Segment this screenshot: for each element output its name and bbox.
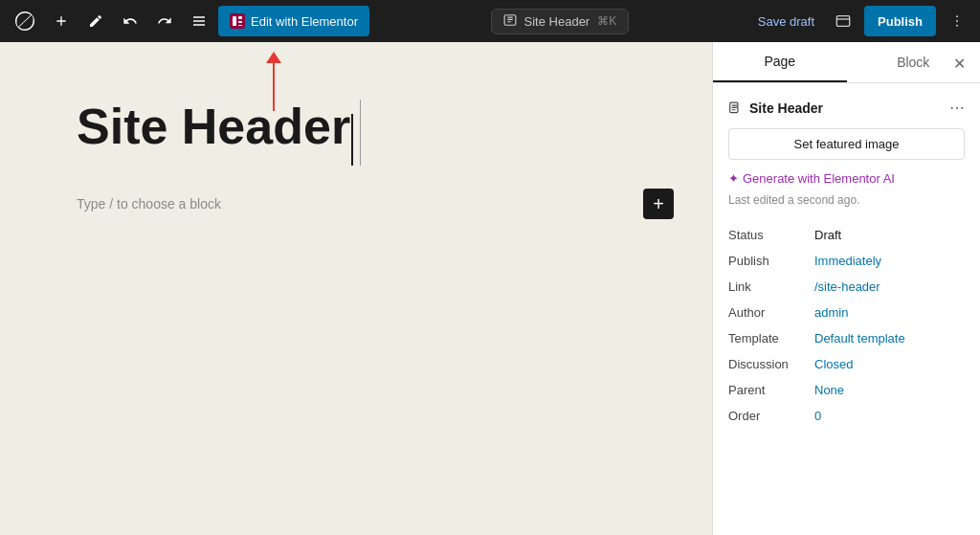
canvas: Site Header Type / to choose a block + <box>0 42 712 535</box>
panel-tabs: Page Block ✕ <box>713 42 980 83</box>
edit-elementor-label: Edit with Elementor <box>251 14 358 29</box>
set-featured-image-button[interactable]: Set featured image <box>728 128 965 160</box>
add-block-toolbar-button[interactable] <box>46 6 77 36</box>
breadcrumb-pill[interactable]: Site Header ⌘K <box>491 9 630 34</box>
options-menu-button[interactable] <box>942 6 972 36</box>
meta-key: Status <box>728 222 814 248</box>
meta-value: Draft <box>814 222 965 248</box>
table-row: StatusDraft <box>728 222 965 248</box>
meta-value[interactable]: None <box>814 377 965 403</box>
edit-elementor-button[interactable]: Edit with Elementor <box>218 6 369 36</box>
tab-page[interactable]: Page <box>713 42 847 82</box>
meta-value[interactable]: 0 <box>814 403 965 429</box>
arrow-up-icon <box>266 52 281 63</box>
title-right-border <box>360 100 361 166</box>
svg-rect-2 <box>238 16 242 19</box>
breadcrumb-title: Site Header <box>524 14 590 29</box>
publish-button[interactable]: Publish <box>864 6 936 36</box>
page-title-heading: Site Header <box>77 100 350 154</box>
meta-key: Publish <box>728 248 814 274</box>
meta-key: Parent <box>728 377 814 403</box>
text-cursor <box>351 114 353 166</box>
svg-point-9 <box>956 25 958 27</box>
right-panel: Page Block ✕ Site Header ⋯ Set <box>712 42 980 535</box>
meta-key: Order <box>728 403 814 429</box>
block-placeholder-text: Type / to choose a block <box>77 196 221 212</box>
svg-point-8 <box>956 20 958 22</box>
meta-table: StatusDraftPublishImmediatelyLink/site-h… <box>728 222 965 429</box>
breadcrumb-shortcut: ⌘K <box>597 14 616 28</box>
meta-key: Link <box>728 274 814 300</box>
meta-value[interactable]: admin <box>814 300 965 325</box>
svg-rect-1 <box>233 16 236 26</box>
view-button[interactable] <box>828 6 858 36</box>
ai-sparkle-icon: ✦ <box>728 171 739 186</box>
svg-rect-0 <box>230 13 245 29</box>
title-block[interactable]: Site Header <box>77 100 353 166</box>
svg-rect-3 <box>238 21 242 23</box>
main-area: Site Header Type / to choose a block + P… <box>0 42 980 535</box>
meta-value[interactable]: Default template <box>814 325 965 351</box>
svg-point-7 <box>956 15 958 17</box>
meta-value[interactable]: /site-header <box>814 274 965 300</box>
tools-button[interactable] <box>80 6 111 36</box>
svg-rect-4 <box>238 25 242 26</box>
block-placeholder-row: Type / to choose a block + <box>77 189 674 219</box>
toolbar-right: Save draft Publish <box>750 6 972 36</box>
table-row: Link/site-header <box>728 274 965 300</box>
undo-button[interactable] <box>115 6 145 36</box>
elementor-logo-icon <box>230 13 245 29</box>
table-row: PublishImmediately <box>728 248 965 274</box>
wp-logo-button[interactable] <box>8 4 42 38</box>
meta-key: Discussion <box>728 351 814 377</box>
meta-key: Template <box>728 325 814 351</box>
svg-rect-6 <box>836 16 849 27</box>
redo-button[interactable] <box>149 6 180 36</box>
section-title-text: Site Header <box>749 100 823 116</box>
meta-value[interactable]: Immediately <box>814 248 965 274</box>
panel-close-button[interactable]: ✕ <box>946 50 972 77</box>
table-row: ParentNone <box>728 377 965 403</box>
list-view-button[interactable] <box>184 6 214 36</box>
table-row: Authoradmin <box>728 300 965 325</box>
meta-key: Author <box>728 300 814 325</box>
meta-value[interactable]: Closed <box>814 351 965 377</box>
save-draft-button[interactable]: Save draft <box>750 11 822 33</box>
last-edited-text: Last edited a second ago. <box>728 193 965 207</box>
breadcrumb-icon <box>503 13 517 30</box>
table-row: TemplateDefault template <box>728 325 965 351</box>
section-menu-button[interactable]: ⋯ <box>949 99 965 117</box>
panel-section-header: Site Header ⋯ <box>728 99 965 117</box>
table-row: DiscussionClosed <box>728 351 965 377</box>
section-doc-icon <box>728 101 742 115</box>
panel-section-title: Site Header <box>728 100 823 116</box>
table-row: Order0 <box>728 403 965 429</box>
panel-body: Site Header ⋯ Set featured image ✦ Gener… <box>713 83 980 535</box>
generate-ai-text: Generate with Elementor AI <box>743 171 895 186</box>
add-block-canvas-button[interactable]: + <box>643 189 674 219</box>
generate-ai-link[interactable]: ✦ Generate with Elementor AI <box>728 171 965 186</box>
toolbar-center: Site Header ⌘K <box>373 9 746 34</box>
main-toolbar: Edit with Elementor Site Header ⌘K Save … <box>0 0 980 42</box>
